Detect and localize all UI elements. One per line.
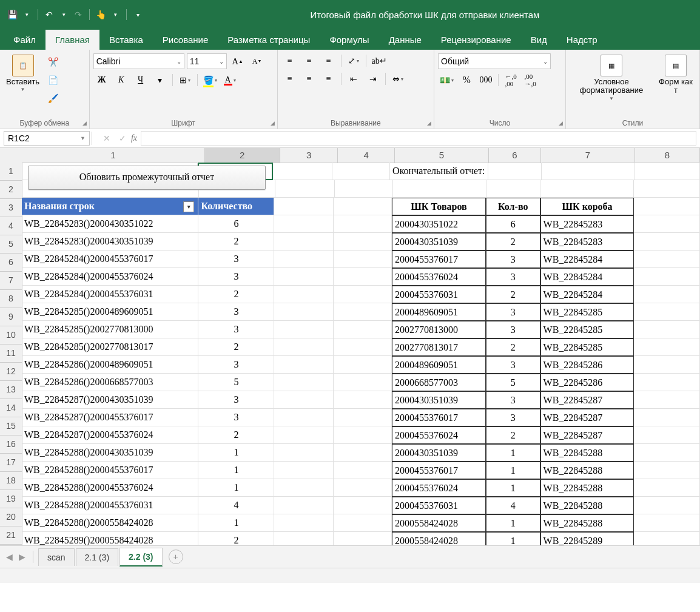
decrease-font-icon[interactable]: A▼ [249,54,266,69]
underline-button[interactable]: Ч [132,73,149,87]
save-icon[interactable]: 💾 [6,8,18,21]
decrease-decimal-icon[interactable]: ,00→,0 [522,73,539,87]
col-header-1[interactable]: 1 [22,148,205,163]
tab-file[interactable]: Файл [4,30,45,50]
row-header-3[interactable]: 3 [0,199,22,217]
fill-color-button[interactable]: 🪣▾ [201,73,219,87]
row-header-11[interactable]: 11 [0,345,22,363]
tab-nav-next[interactable]: ▶ [16,552,28,562]
undo-icon[interactable]: ↶ [43,8,55,21]
tab-addins[interactable]: Надстр [557,30,607,50]
tab-data[interactable]: Данные [379,30,431,50]
increase-decimal-icon[interactable]: ←,0,00 [502,73,519,87]
col-header-7[interactable]: 7 [541,148,635,163]
row-header-15[interactable]: 15 [0,417,22,435]
tab-home[interactable]: Главная [45,30,99,50]
align-middle-icon[interactable]: ≡ [301,53,318,68]
accounting-format-icon[interactable]: 💵▾ [438,73,456,87]
redo-icon[interactable]: ↷ [72,8,84,21]
italic-button[interactable]: К [113,73,130,87]
qat-customize-icon[interactable]: ▾ [132,8,144,21]
tab-review[interactable]: Рецензирование [431,30,521,50]
row-header-8[interactable]: 8 [0,290,22,308]
clipboard-dialog-launcher[interactable]: ◢ [82,120,87,126]
sheet-tab-scan[interactable]: scan [38,548,75,566]
col-header-4[interactable]: 4 [338,148,395,163]
copy-icon[interactable]: 📄 [44,73,61,87]
number-dialog-launcher[interactable]: ◢ [559,120,563,126]
qat-dropdown-1[interactable]: ▾ [21,8,33,21]
row-header-9[interactable]: 9 [0,308,22,326]
col-header-6[interactable]: 6 [489,148,541,163]
align-right-icon[interactable]: ≡ [320,72,337,86]
col-header-8[interactable]: 8 [635,148,700,163]
row-header-1[interactable]: 1 [0,163,22,181]
row-header-19[interactable]: 19 [0,490,22,508]
sheet-tab-2-1[interactable]: 2.1 (3) [76,548,118,566]
select-all-corner[interactable] [0,148,22,163]
name-box[interactable] [4,131,90,146]
comma-format-icon[interactable]: 000 [477,73,494,87]
row-header-21[interactable]: 21 [0,526,22,545]
font-dialog-launcher[interactable]: ◢ [271,120,275,126]
enter-formula-icon[interactable]: ✓ [119,133,126,143]
filter-icon[interactable]: ▾ [183,201,194,212]
format-painter-icon[interactable]: 🖌️ [44,91,61,106]
column-headers[interactable]: 12345678 [22,148,700,163]
add-sheet-button[interactable]: + [169,550,183,564]
tab-insert[interactable]: Вставка [99,30,153,50]
row-header-4[interactable]: 4 [0,217,22,235]
qat-dropdown-2[interactable]: ▾ [58,8,70,21]
row-header-13[interactable]: 13 [0,381,22,399]
tab-nav-prev[interactable]: ◀ [4,552,15,562]
touch-mode-icon[interactable]: 👆 [95,8,107,21]
tab-draw[interactable]: Рисование [153,30,218,50]
tab-view[interactable]: Вид [521,30,557,50]
format-as-table-button[interactable]: ▤ Форм как т [656,53,696,96]
increase-indent-icon[interactable]: ⇥ [365,72,382,86]
row-header-6[interactable]: 6 [0,254,22,272]
row-header-7[interactable]: 7 [0,272,22,290]
align-center-icon[interactable]: ≡ [301,72,318,86]
col-header-2[interactable]: 2 [205,148,280,163]
col-header-5[interactable]: 5 [395,148,489,163]
percent-format-icon[interactable]: % [458,73,475,87]
row-header-16[interactable]: 16 [0,435,22,454]
fx-icon[interactable]: fx [131,133,137,143]
align-left-icon[interactable]: ≡ [281,72,298,86]
row-header-10[interactable]: 10 [0,326,22,345]
qat-dropdown-3[interactable]: ▾ [109,8,121,21]
row-header-17[interactable]: 17 [0,454,22,472]
cut-icon[interactable]: ✂️ [44,55,61,69]
font-size-select[interactable]: 11⌄ [187,53,227,69]
col-header-3[interactable]: 3 [280,148,338,163]
row-header-18[interactable]: 18 [0,472,22,490]
merge-center-icon[interactable]: ⇔▾ [389,72,406,86]
tab-formulas[interactable]: Формулы [320,30,379,50]
orientation-icon[interactable]: ⤢▾ [345,53,362,68]
cancel-formula-icon[interactable]: ✕ [103,133,110,143]
row-header-5[interactable]: 5 [0,235,22,254]
row-header-12[interactable]: 12 [0,363,22,381]
conditional-format-button[interactable]: ▦ Условное форматирование▼ [570,53,653,103]
row-header-22[interactable]: 22 [0,545,22,545]
sheet-tab-2-2[interactable]: 2.2 (3) [119,548,162,567]
number-format-select[interactable]: Общий⌄ [438,53,551,69]
paste-button[interactable]: 📋 Вставить ▼ [4,53,42,94]
tab-layout[interactable]: Разметка страницы [218,30,320,50]
grid[interactable]: Окончательный отчет:Названия строк▾Колич… [22,163,700,545]
row-headers[interactable]: 12345678910111213141516171819202122 [0,163,22,545]
refresh-report-button[interactable]: Обновить промежуточный отчет [28,166,266,190]
font-color-button[interactable]: A▾ [221,73,238,87]
align-top-icon[interactable]: ≡ [281,53,298,68]
borders-button[interactable]: ⊞▾ [177,73,194,87]
align-bottom-icon[interactable]: ≡ [320,53,337,68]
underline-dropdown[interactable]: ▾ [152,73,169,87]
row-header-20[interactable]: 20 [0,508,22,526]
bold-button[interactable]: Ж [93,73,110,87]
row-header-14[interactable]: 14 [0,399,22,417]
align-dialog-launcher[interactable]: ◢ [427,120,431,126]
formula-bar[interactable] [141,131,696,146]
increase-font-icon[interactable]: A▲ [229,54,246,69]
font-name-select[interactable]: Calibri⌄ [93,53,184,69]
